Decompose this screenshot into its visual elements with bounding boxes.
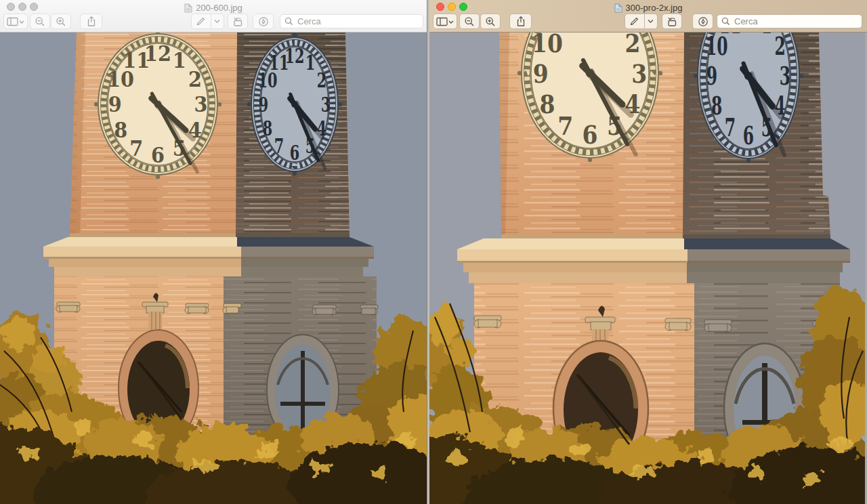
annotation-button[interactable]: [253, 14, 274, 29]
rotate-icon: [667, 16, 678, 27]
sidebar-button[interactable]: [3, 14, 28, 29]
svg-text:9: 9: [259, 93, 268, 117]
svg-text:6: 6: [583, 119, 598, 149]
titlebar: 200-600.jpg: [0, 2, 427, 14]
search-icon: [721, 17, 730, 26]
tower-cornice: [43, 233, 374, 276]
pen-circle-icon: [258, 16, 269, 27]
markup-button[interactable]: [191, 14, 224, 29]
window-title: 300-pro-2x.jpg: [626, 3, 683, 13]
svg-text:7: 7: [274, 135, 284, 159]
svg-text:2: 2: [317, 68, 326, 92]
zoom-in-icon: [56, 16, 66, 27]
chevron-down-icon: [214, 19, 220, 24]
svg-text:10: 10: [532, 33, 563, 58]
svg-text:1: 1: [607, 33, 622, 35]
tower-cornice: [457, 234, 850, 283]
photo-right: 121234567891011 121234567891011: [429, 33, 867, 504]
rotate-icon: [232, 16, 244, 27]
svg-text:7: 7: [557, 111, 573, 141]
chevron-down-icon: [449, 21, 453, 23]
svg-text:8: 8: [263, 117, 272, 141]
sidebar-icon: [436, 16, 454, 27]
svg-text:1: 1: [173, 48, 186, 72]
svg-text:11: 11: [123, 48, 150, 72]
markup-pencil-icon: [629, 16, 639, 26]
svg-text:6: 6: [743, 121, 754, 150]
markup-dropdown[interactable]: [644, 14, 657, 28]
markup-pencil-icon: [196, 16, 206, 26]
markup-button[interactable]: [625, 14, 658, 29]
markup-segment[interactable]: [625, 14, 644, 28]
svg-text:8: 8: [114, 118, 127, 142]
chevron-down-icon: [20, 21, 24, 23]
share-icon: [86, 16, 97, 27]
zoom-out-icon: [35, 16, 45, 27]
svg-text:9: 9: [533, 58, 549, 88]
window-chrome: 300-pro-2x.jpg: [429, 0, 867, 33]
zoom-out-button[interactable]: [459, 14, 480, 29]
svg-text:8: 8: [540, 89, 555, 119]
rotate-button[interactable]: [662, 14, 682, 29]
window-chrome: 200-600.jpg: [0, 0, 427, 33]
zoom-in-icon: [485, 16, 496, 27]
svg-text:11: 11: [269, 51, 289, 75]
share-button[interactable]: [509, 14, 532, 29]
svg-text:1: 1: [761, 33, 772, 39]
search-icon: [284, 17, 293, 26]
share-icon: [515, 16, 526, 27]
pen-circle-icon: [698, 16, 709, 27]
search-input[interactable]: [733, 16, 858, 27]
chevron-down-icon: [648, 19, 654, 24]
window-title: 200-600.jpg: [196, 3, 242, 13]
svg-text:9: 9: [706, 62, 717, 91]
document-icon: [614, 3, 622, 13]
zoom-out-button[interactable]: [30, 14, 50, 29]
share-button[interactable]: [80, 14, 102, 29]
svg-text:6: 6: [290, 141, 299, 165]
svg-text:1: 1: [305, 51, 315, 75]
search-field[interactable]: [280, 14, 423, 28]
desktop: 200-600.jpg: [0, 0, 867, 504]
svg-text:6: 6: [151, 143, 165, 167]
svg-text:2: 2: [188, 67, 202, 91]
annotation-button[interactable]: [692, 14, 713, 29]
svg-text:11: 11: [550, 33, 581, 35]
preview-window-left: 200-600.jpg: [0, 0, 427, 504]
svg-text:11: 11: [719, 33, 742, 39]
titlebar: 300-pro-2x.jpg: [429, 2, 867, 14]
svg-text:3: 3: [321, 93, 331, 117]
preview-window-right: 300-pro-2x.jpg: [429, 0, 867, 504]
svg-text:2: 2: [775, 33, 786, 61]
photo-left: 121234567891011 121234567891011: [0, 33, 427, 504]
sidebar-icon: [7, 16, 24, 27]
svg-text:3: 3: [631, 58, 647, 88]
svg-text:3: 3: [780, 62, 790, 91]
markup-segment[interactable]: [192, 14, 211, 28]
document-icon: [184, 3, 192, 13]
zoom-in-button[interactable]: [51, 14, 71, 29]
rotate-button[interactable]: [228, 14, 248, 29]
zoom-out-icon: [464, 16, 475, 27]
svg-text:7: 7: [129, 136, 143, 161]
search-input[interactable]: [296, 16, 419, 27]
search-field[interactable]: [717, 14, 862, 28]
svg-text:3: 3: [194, 92, 207, 117]
markup-dropdown[interactable]: [211, 14, 224, 28]
svg-text:9: 9: [108, 92, 122, 117]
svg-text:8: 8: [711, 91, 722, 121]
sidebar-button[interactable]: [433, 14, 457, 29]
svg-text:7: 7: [725, 113, 736, 142]
front-pilaster: [148, 312, 162, 331]
svg-text:2: 2: [625, 33, 640, 58]
zoom-in-button[interactable]: [480, 14, 501, 29]
